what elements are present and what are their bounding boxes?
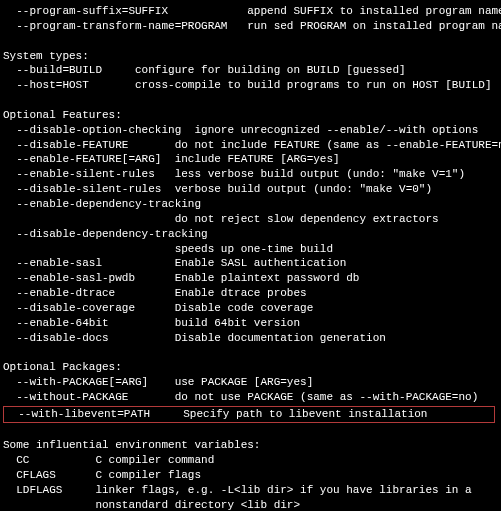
section-header: Optional Features:: [3, 108, 501, 123]
option-line: --program-suffix=SUFFIX append SUFFIX to…: [3, 4, 501, 19]
option-line: --enable-FEATURE[=ARG] include FEATURE […: [3, 152, 501, 167]
option-line: --without-PACKAGE do not use PACKAGE (sa…: [3, 390, 501, 405]
env-line: nonstandard directory <lib dir>: [3, 498, 501, 511]
option-line: --disable-docs Disable documentation gen…: [3, 331, 501, 346]
option-line: --with-PACKAGE[=ARG] use PACKAGE [ARG=ye…: [3, 375, 501, 390]
option-line: do not reject slow dependency extractors: [3, 212, 501, 227]
section-header: Optional Packages:: [3, 360, 501, 375]
option-line: --disable-silent-rules verbose build out…: [3, 182, 501, 197]
option-line: --disable-coverage Disable code coverage: [3, 301, 501, 316]
option-line: --enable-dependency-tracking: [3, 197, 501, 212]
option-line: --disable-FEATURE do not include FEATURE…: [3, 138, 501, 153]
option-line: --with-libevent=PATH Specify path to lib…: [5, 407, 493, 422]
option-line: --program-transform-name=PROGRAM run sed…: [3, 19, 501, 34]
option-line: --enable-silent-rules less verbose build…: [3, 167, 501, 182]
env-line: CFLAGS C compiler flags: [3, 468, 501, 483]
highlighted-option: --with-libevent=PATH Specify path to lib…: [3, 406, 495, 423]
option-line: --enable-sasl-pwdb Enable plaintext pass…: [3, 271, 501, 286]
section-header: System types:: [3, 49, 501, 64]
option-line: --host=HOST cross-compile to build progr…: [3, 78, 501, 93]
option-line: --enable-64bit build 64bit version: [3, 316, 501, 331]
option-line: --enable-dtrace Enable dtrace probes: [3, 286, 501, 301]
option-line: speeds up one-time build: [3, 242, 501, 257]
section-header: Some influential environment variables:: [3, 438, 501, 453]
env-line: LDFLAGS linker flags, e.g. -L<lib dir> i…: [3, 483, 501, 498]
option-line: --disable-dependency-tracking: [3, 227, 501, 242]
env-line: CC C compiler command: [3, 453, 501, 468]
terminal-output: --program-suffix=SUFFIX append SUFFIX to…: [3, 4, 501, 511]
option-line: --enable-sasl Enable SASL authentication: [3, 256, 501, 271]
option-line: --build=BUILD configure for building on …: [3, 63, 501, 78]
option-line: --disable-option-checking ignore unrecog…: [3, 123, 501, 138]
